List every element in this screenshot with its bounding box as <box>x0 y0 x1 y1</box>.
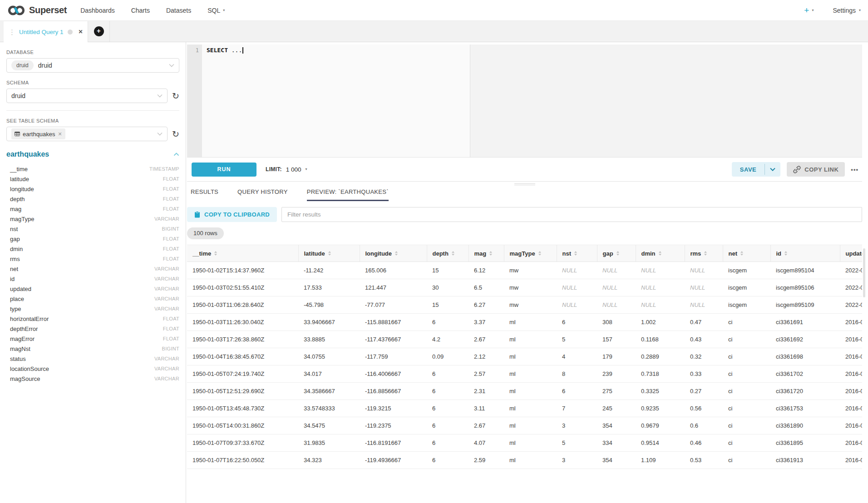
table-cell: -116.4006667 <box>360 365 427 383</box>
drag-grip-icon[interactable]: ⋮ <box>9 28 15 35</box>
limit-dropdown[interactable]: LIMIT: 1 000 ▾ <box>266 166 307 173</box>
column-header-depth[interactable]: depth <box>427 245 469 262</box>
nav-item-dashboards[interactable]: Dashboards <box>80 7 115 14</box>
settings-menu[interactable]: Settings ▾ <box>833 7 861 14</box>
sort-icon[interactable] <box>784 251 787 256</box>
nav-item-sql[interactable]: SQL▾ <box>207 7 225 14</box>
main-pane: 1 SELECT ... RUN LIMIT: 1 000 ▾ SAVE <box>186 42 868 503</box>
remove-table-icon[interactable]: ✕ <box>58 131 62 137</box>
save-button[interactable]: SAVE <box>732 162 764 177</box>
table-cell: ci <box>723 383 770 400</box>
sort-icon[interactable] <box>489 251 492 256</box>
results-tab-2[interactable]: PREVIEW: `EARTHQUAKES` <box>307 188 389 201</box>
column-header-magType[interactable]: magType <box>504 245 557 262</box>
new-item-button[interactable]: + ▾ <box>804 6 814 15</box>
sort-icon[interactable] <box>740 251 743 256</box>
sort-icon[interactable] <box>659 251 661 256</box>
sql-keyword: SELECT <box>207 47 228 54</box>
column-header-nst[interactable]: nst <box>557 245 597 262</box>
table-cell: ci3361913 <box>770 452 840 469</box>
sort-icon[interactable] <box>704 251 707 256</box>
column-header-gap[interactable]: gap <box>597 245 636 262</box>
superset-logo[interactable]: Superset <box>7 5 67 16</box>
run-button[interactable]: RUN <box>192 163 256 177</box>
column-header-label: magType <box>510 250 535 257</box>
save-menu-button[interactable] <box>765 162 780 177</box>
schema-column-name: updated <box>10 286 31 292</box>
pane-resize-handle[interactable] <box>187 182 862 187</box>
sql-editor[interactable]: 1 SELECT ... <box>187 44 862 158</box>
table-cell: 354 <box>597 417 636 434</box>
settings-label: Settings <box>833 7 856 14</box>
nav-item-label: Datasets <box>166 7 191 14</box>
table-cell: ci3361691 <box>770 314 840 331</box>
table-row: 1950-01-05T12:51:29.690Z34.3586667-116.8… <box>187 383 862 400</box>
table-select[interactable]: earthquakes ✕ <box>6 127 168 141</box>
table-cell: -116.8856667 <box>360 383 427 400</box>
table-cell: 6.12 <box>469 262 504 279</box>
sort-icon[interactable] <box>574 251 577 256</box>
refresh-tables-icon[interactable]: ↻ <box>172 130 179 138</box>
table-cell: 2016-0 <box>840 417 862 434</box>
filter-results-input[interactable] <box>281 207 862 222</box>
table-cell: -119.4936667 <box>360 452 427 469</box>
column-header-mag[interactable]: mag <box>469 245 504 262</box>
table-cell: 1950-01-05T12:51:29.690Z <box>187 383 298 400</box>
column-header-id[interactable]: id <box>770 245 840 262</box>
column-header-rms[interactable]: rms <box>685 245 723 262</box>
schema-column-row: horizontalErrorFLOAT <box>6 314 179 324</box>
schema-select[interactable]: druid <box>6 89 168 103</box>
column-header-dmin[interactable]: dmin <box>636 245 685 262</box>
query-tab-active[interactable]: ⋮ Untitled Query 1 ✕ <box>4 21 88 42</box>
column-header-longitude[interactable]: longitude <box>360 245 427 262</box>
sort-icon[interactable] <box>538 251 541 256</box>
table-scrollbar-thumb[interactable] <box>863 248 865 297</box>
collapse-chevron-up-icon[interactable] <box>173 153 179 156</box>
limit-value: 1 000 <box>286 166 301 173</box>
table-cell: ci3361753 <box>770 400 840 417</box>
database-name: druid <box>38 62 52 69</box>
sort-icon[interactable] <box>328 251 331 256</box>
close-tab-icon[interactable]: ✕ <box>79 29 83 35</box>
schema-column-type: FLOAT <box>163 326 179 331</box>
sort-icon[interactable] <box>616 251 619 256</box>
sort-icon[interactable] <box>395 251 398 256</box>
results-tab-1[interactable]: QUERY HISTORY <box>237 188 288 201</box>
results-tab-0[interactable]: RESULTS <box>191 188 218 201</box>
more-options-button[interactable]: ••• <box>851 166 858 173</box>
table-cell: 1950-01-03T11:26:30.040Z <box>187 314 298 331</box>
plus-icon: + <box>804 6 809 15</box>
table-cell: mw <box>504 279 557 296</box>
table-cell: 15 <box>427 296 469 314</box>
nav-item-label: Charts <box>131 7 150 14</box>
table-cell: 34.323 <box>298 452 360 469</box>
table-cell: 1950-01-02T15:14:37.960Z <box>187 262 298 279</box>
sort-down-arrow <box>784 254 787 256</box>
nav-menu: DashboardsChartsDatasetsSQL▾ <box>80 7 225 14</box>
database-select[interactable]: druid druid <box>6 58 179 73</box>
editor-surface[interactable]: SELECT ... <box>202 44 862 157</box>
column-header-updated[interactable]: updated <box>840 245 862 262</box>
caret-down-icon: ▾ <box>306 168 307 171</box>
copy-link-button[interactable]: COPY LINK <box>787 162 845 177</box>
add-tab-button[interactable]: + <box>94 26 104 36</box>
column-header-__time[interactable]: __time <box>187 245 298 262</box>
table-cell: NULL <box>557 279 597 296</box>
table-cell: 0.6 <box>685 417 723 434</box>
schema-column-row: depthErrorFLOAT <box>6 324 179 334</box>
column-header-latitude[interactable]: latitude <box>298 245 360 262</box>
nav-item-charts[interactable]: Charts <box>131 7 150 14</box>
table-tag[interactable]: earthquakes ✕ <box>11 128 65 139</box>
sort-icon[interactable] <box>214 251 217 256</box>
schema-column-name: gap <box>10 236 20 242</box>
refresh-schema-icon[interactable]: ↻ <box>172 92 179 100</box>
table-cell: 5 <box>557 331 597 348</box>
sort-up-arrow <box>328 251 331 253</box>
nav-item-datasets[interactable]: Datasets <box>166 7 191 14</box>
column-header-net[interactable]: net <box>723 245 770 262</box>
copy-to-clipboard-button[interactable]: COPY TO CLIPBOARD <box>187 207 277 222</box>
editor-toolbar: RUN LIMIT: 1 000 ▾ SAVE <box>187 158 862 182</box>
sort-icon[interactable] <box>452 251 454 256</box>
navbar: Superset DashboardsChartsDatasetsSQL▾ + … <box>0 0 868 21</box>
table-cell: NULL <box>636 296 685 314</box>
